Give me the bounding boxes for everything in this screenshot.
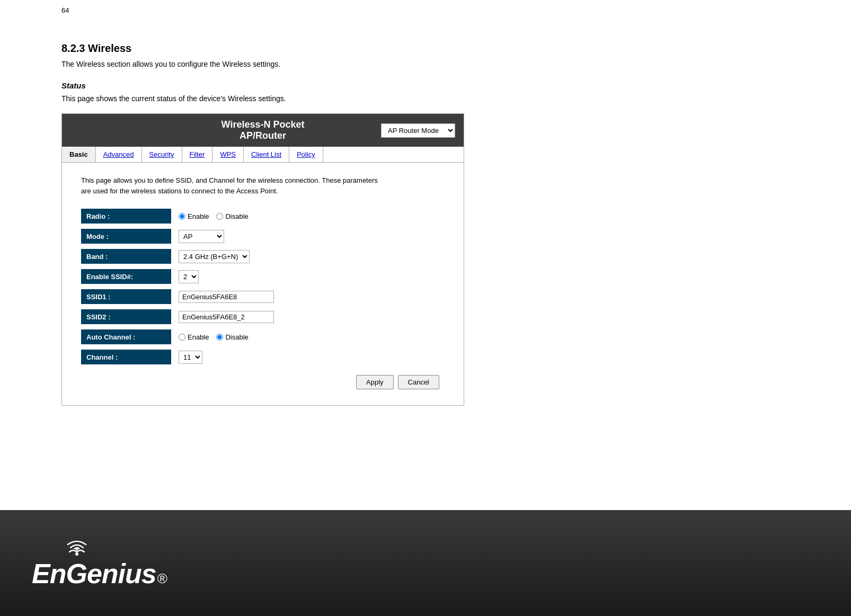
apply-button[interactable]: Apply	[356, 375, 394, 389]
channel-label: Channel :	[81, 350, 171, 364]
nav-basic[interactable]: Basic	[62, 147, 96, 162]
mode-select[interactable]: AP Client WDS AP+WDS	[179, 230, 224, 243]
enable-ssid-value: 1 2 3 4	[171, 270, 199, 283]
ssid2-label: SSID2 :	[81, 309, 171, 324]
radio-disable-label[interactable]: Disable	[216, 212, 248, 220]
radio-enable-label[interactable]: Enable	[179, 212, 209, 220]
ssid2-value	[171, 311, 274, 323]
button-row: Apply Cancel	[81, 375, 445, 389]
status-title: Status	[61, 81, 790, 90]
router-ui-panel: Wireless-N Pocket AP/Router AP Router Mo…	[61, 113, 464, 406]
channel-value: 123 456 789 1011 1213	[171, 351, 202, 364]
radio-row: Radio : Enable Disable	[81, 209, 445, 224]
band-value: 2.4 GHz (B+G+N) 2.4 GHz (B) 2.4 GHz (G) …	[171, 250, 250, 263]
band-row: Band : 2.4 GHz (B+G+N) 2.4 GHz (B) 2.4 G…	[81, 249, 445, 264]
router-header: Wireless-N Pocket AP/Router AP Router Mo…	[62, 114, 464, 147]
radio-disable-input[interactable]	[216, 213, 223, 220]
channel-select[interactable]: 123 456 789 1011 1213	[179, 351, 202, 364]
nav-security[interactable]: Security	[142, 147, 182, 162]
mode-selector[interactable]: AP Router Mode AP Mode Client Mode	[381, 123, 455, 138]
engenius-logo: EnGenius ®	[32, 537, 167, 590]
mode-label: Mode :	[81, 229, 171, 244]
radio-value: Enable Disable	[171, 212, 249, 220]
nav-wps[interactable]: WPS	[212, 147, 244, 162]
auto-channel-value: Enable Disable	[171, 333, 249, 341]
enable-ssid-row: Enable SSID#: 1 2 3 4	[81, 269, 445, 284]
status-description: This page shows the current status of th…	[61, 94, 790, 103]
mode-value: AP Client WDS AP+WDS	[171, 230, 224, 243]
brand-name: EnGenius	[32, 558, 156, 590]
ssid2-row: SSID2 :	[81, 309, 445, 324]
radio-enable-input[interactable]	[179, 213, 185, 220]
wifi-icon	[64, 537, 90, 560]
nav-client-list[interactable]: Client List	[244, 147, 289, 162]
svg-point-0	[75, 552, 78, 556]
footer: EnGenius ®	[0, 510, 851, 616]
auto-channel-label: Auto Channel :	[81, 329, 171, 344]
router-nav: Basic Advanced Security Filter WPS Clien…	[62, 147, 464, 163]
auto-channel-row: Auto Channel : Enable Disable	[81, 329, 445, 344]
band-label: Band :	[81, 249, 171, 264]
band-select[interactable]: 2.4 GHz (B+G+N) 2.4 GHz (B) 2.4 GHz (G) …	[179, 250, 250, 263]
nav-advanced[interactable]: Advanced	[96, 147, 142, 162]
body-description: This page allows you to define SSID, and…	[81, 175, 445, 196]
section-description: The Wireless section allows you to confi…	[61, 60, 790, 68]
ssid1-value	[171, 291, 274, 303]
page-number: 64	[61, 6, 69, 14]
router-body: This page allows you to define SSID, and…	[62, 163, 464, 405]
enable-ssid-label: Enable SSID#:	[81, 269, 171, 284]
ssid1-label: SSID1 :	[81, 289, 171, 304]
mode-row: Mode : AP Client WDS AP+WDS	[81, 229, 445, 244]
auto-channel-disable-label[interactable]: Disable	[216, 333, 248, 341]
ssid2-input[interactable]	[179, 311, 274, 323]
channel-row: Channel : 123 456 789 1011 1213	[81, 350, 445, 364]
nav-policy[interactable]: Policy	[289, 147, 323, 162]
cancel-button[interactable]: Cancel	[398, 375, 439, 389]
auto-channel-enable-input[interactable]	[179, 334, 185, 341]
section-title: 8.2.3 Wireless	[61, 42, 790, 55]
radio-label: Radio :	[81, 209, 171, 224]
router-title: Wireless-N Pocket AP/Router	[199, 119, 327, 141]
ssid1-row: SSID1 :	[81, 289, 445, 304]
ssid1-input[interactable]	[179, 291, 274, 303]
nav-filter[interactable]: Filter	[182, 147, 213, 162]
enable-ssid-select[interactable]: 1 2 3 4	[179, 270, 199, 283]
auto-channel-disable-input[interactable]	[216, 334, 223, 341]
auto-channel-enable-label[interactable]: Enable	[179, 333, 209, 341]
registered-mark: ®	[157, 570, 167, 587]
